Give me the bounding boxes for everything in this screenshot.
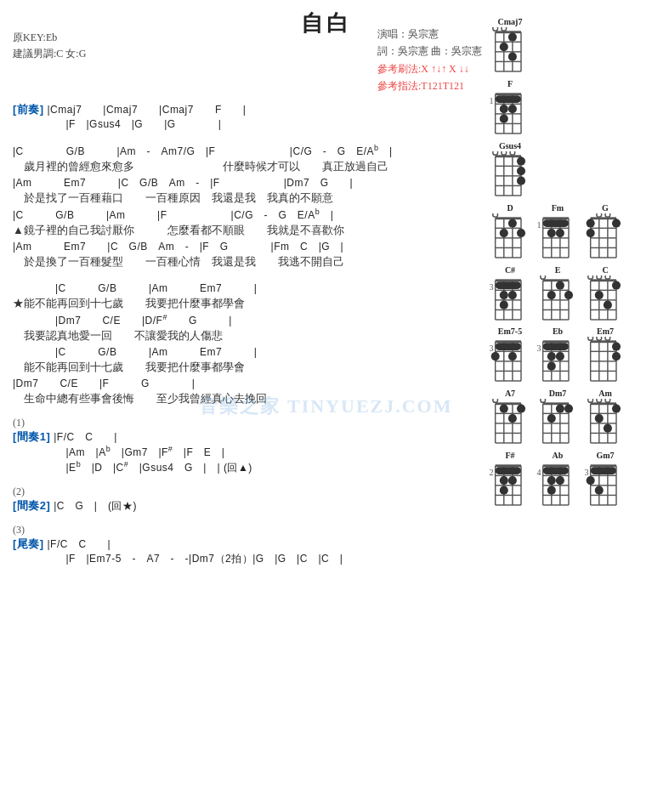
svg-point-192 (588, 399, 593, 402)
chord-grid-fsharp: 2 (488, 461, 532, 508)
chord-c: C (583, 265, 627, 322)
svg-point-220 (500, 486, 508, 495)
interlude1-chord-3: |Eb |D |C# |Gsus4 G | | (回▲) (13, 460, 473, 475)
chord-am: Am (583, 389, 627, 446)
svg-rect-135 (496, 344, 521, 351)
svg-point-69 (597, 213, 602, 217)
chord-f: F 1 (488, 79, 532, 136)
svg-point-205 (595, 414, 604, 423)
svg-point-154 (605, 337, 610, 340)
svg-point-26 (508, 105, 517, 113)
svg-point-67 (547, 229, 556, 237)
svg-point-94 (500, 291, 508, 299)
chord-row-3: Gsus4 (488, 141, 645, 198)
svg-point-191 (564, 405, 573, 413)
svg-point-68 (556, 229, 564, 237)
label-3: (3) (13, 524, 473, 537)
chord-gm7: Gm7 3 (583, 451, 627, 508)
chorus-chord-4: |Dm7 C/E |F G | (13, 377, 473, 391)
svg-point-136 (491, 352, 500, 361)
chord-gsus4: Gsus4 (488, 141, 532, 198)
svg-point-108 (547, 291, 556, 299)
svg-text:3: 3 (489, 344, 493, 354)
svg-point-54 (500, 229, 508, 237)
interlude1-chord-1: [間奏1] |F/C C | (13, 429, 473, 445)
interlude1-chord-2: |Am |Ab |Gm7 |F# |F E | (13, 445, 473, 460)
chord-csharp: C# 3 (488, 265, 532, 322)
svg-point-193 (597, 399, 602, 402)
chord-grid-dm7 (536, 399, 580, 446)
svg-point-164 (612, 343, 621, 351)
svg-point-55 (517, 229, 525, 237)
svg-point-10 (502, 27, 507, 31)
chord-grid-cmaj7 (488, 27, 532, 74)
chord-grid-gm7: 3 (583, 461, 627, 508)
svg-point-28 (493, 151, 498, 155)
chord-grid-em7-5: 3 (488, 337, 532, 383)
svg-point-189 (556, 405, 564, 413)
svg-text:4: 4 (536, 468, 541, 477)
svg-point-112 (605, 275, 610, 279)
chord-row-4: D Fm (488, 203, 645, 260)
section-2: (2) [間奏2] |C G | (回★) (13, 485, 473, 514)
v1-chord-1: |C G/B |Am - Am7/G |F |C/G - G E/Ab | (13, 144, 473, 159)
chorus-chord-2: |Dm7 C/E |D/F# G | (13, 313, 473, 328)
original-key: 原KEY:Eb (13, 30, 86, 46)
svg-point-246 (587, 476, 595, 485)
chord-eb: Eb 3 (536, 327, 580, 383)
chord-fm: Fm 1 (536, 203, 580, 260)
content-area: [前奏] |Cmaj7 |Cmaj7 |Cmaj7 F | |F |Gsus4 … (13, 102, 473, 566)
section-chorus: |C G/B |Am Em7 | ★能不能再回到十七歲 我要把什麼事都學會 |D… (13, 281, 473, 406)
chorus-chord-1: |C G/B |Am Em7 | (13, 281, 473, 296)
chord-grid-c (583, 275, 627, 322)
svg-point-232 (547, 476, 556, 485)
chord-row-2: F 1 (488, 79, 645, 136)
svg-point-111 (597, 275, 602, 279)
svg-point-13 (508, 53, 517, 61)
svg-point-247 (595, 486, 604, 495)
chord-row-7: A7 Dm7 (488, 389, 645, 446)
v1-lyric-3: ▲鏡子裡的自己我討厭你 怎麼看都不順眼 我就是不喜歡你 (13, 223, 473, 238)
svg-point-42 (517, 176, 525, 185)
svg-point-233 (556, 476, 564, 485)
svg-point-25 (500, 105, 508, 113)
svg-point-178 (508, 414, 517, 423)
svg-point-166 (493, 399, 498, 402)
svg-point-218 (500, 476, 508, 485)
svg-text:1: 1 (489, 96, 493, 105)
chord-cmaj7: Cmaj7 (488, 17, 532, 74)
chord-em7-5: Em7-5 3 (488, 327, 532, 383)
svg-point-204 (612, 405, 621, 413)
svg-point-53 (508, 219, 517, 227)
svg-rect-217 (496, 467, 521, 474)
svg-point-12 (500, 43, 508, 51)
chorus-lyric-2: 我要認真地愛一回 不讓愛我的人傷悲 (13, 328, 473, 344)
svg-point-82 (587, 229, 595, 237)
outro-chord-2: |F |Em7-5 - A7 - -|Dm7（2拍）|G |G |C |C | (13, 552, 473, 566)
svg-point-40 (517, 156, 525, 165)
chord-grid-f: 1 (488, 89, 532, 136)
svg-point-153 (597, 337, 602, 340)
svg-point-190 (547, 414, 556, 423)
chorus-chord-3: |C G/B |Am Em7 | (13, 345, 473, 360)
svg-text:3: 3 (584, 468, 588, 477)
svg-point-9 (493, 27, 498, 31)
svg-point-122 (612, 281, 621, 289)
svg-point-30 (510, 151, 515, 155)
chord-grid-e (536, 275, 580, 322)
svg-point-96 (500, 300, 508, 309)
svg-point-97 (541, 275, 546, 279)
ref-fingering: 參考指法:T121T121 (377, 77, 482, 94)
svg-point-110 (588, 275, 593, 279)
section-3: (3) [尾奏] |F/C C | |F |Em7-5 - A7 - -|Dm7… (13, 524, 473, 566)
svg-point-149 (547, 352, 556, 361)
chord-grid-csharp: 3 (488, 275, 532, 322)
svg-text:3: 3 (489, 282, 493, 292)
svg-point-123 (595, 291, 604, 299)
label-1: (1) (13, 417, 473, 429)
chord-grid-gsus4 (488, 151, 532, 198)
svg-point-109 (564, 291, 573, 299)
chord-g: G (583, 203, 627, 260)
svg-point-11 (508, 32, 517, 41)
chord-grid-em7 (583, 337, 627, 383)
